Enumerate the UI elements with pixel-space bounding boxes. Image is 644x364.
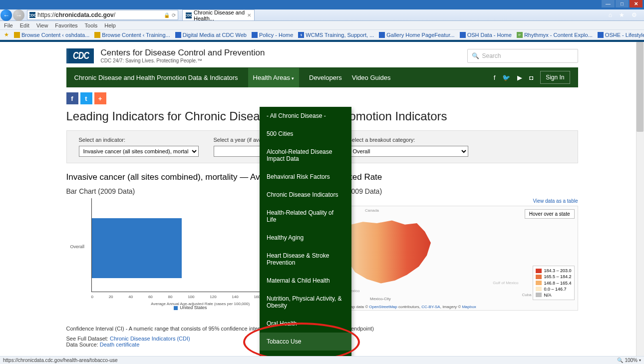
share-facebook-button[interactable]: f (66, 92, 78, 104)
chevron-down-icon: ▾ (292, 76, 294, 81)
search-input[interactable]: 🔍 Search (467, 49, 578, 63)
status-url: https://chronicdata.cdc.gov/health-area/… (3, 358, 118, 363)
bar-y-label: Overall (70, 244, 85, 249)
window-maximize-button[interactable]: □ (616, 0, 629, 7)
dd-brfss[interactable]: Behavioral Risk Factors (260, 168, 351, 186)
dd-heart[interactable]: Heart Disease & Stroke Prevention (260, 247, 351, 272)
bookmark-item[interactable]: Browse Content ‹ Training... (94, 32, 170, 38)
menu-view[interactable]: View (36, 22, 48, 28)
nav-developers[interactable]: Developers (309, 74, 342, 81)
hover-tooltip: Hover over a state (525, 209, 575, 219)
tab-title: Chronic Disease and Health... (194, 9, 245, 21)
map-panel: Map (2009 Data) View data as a table Hov… (329, 187, 578, 311)
label-gulf: Gulf of Mexico (493, 281, 518, 285)
nav-chronic-data[interactable]: Chronic Disease and Health Promotion Dat… (74, 74, 238, 81)
refresh-icon[interactable]: ⟳ (172, 12, 176, 18)
map-attribution: Leaflet | Map data © OpenStreetMap contr… (332, 305, 576, 309)
dataset-link[interactable]: Chronic Disease Indicators (CDI) (110, 336, 190, 342)
site-header: CDC Centers for Disease Control and Prev… (66, 45, 578, 67)
bookmark-item[interactable]: OSHE - Lifestyle Home (598, 32, 644, 38)
browser-tools: ⌂ ★ ⚙ (609, 11, 644, 18)
bookmark-item[interactable]: Digital Media at CDC Web (175, 32, 247, 38)
menu-edit[interactable]: Edit (20, 22, 29, 28)
dd-maternal[interactable]: Maternal & Child Health (260, 272, 351, 290)
status-bar: https://chronicdata.cdc.gov/health-area/… (0, 356, 644, 364)
back-button[interactable]: ← (0, 9, 12, 21)
twitter-icon[interactable]: 🐦 (502, 74, 510, 81)
source-link[interactable]: Death certificate (100, 342, 139, 348)
bar-overall (92, 218, 182, 278)
share-row: f t + (66, 87, 578, 109)
lock-icon: 🔒 (164, 12, 170, 18)
facebook-icon[interactable]: f (494, 74, 496, 81)
window-close-button[interactable]: ✕ (630, 0, 643, 7)
choropleth-map[interactable]: Hover over a state Canada Mexico Mexico-… (329, 206, 578, 311)
health-areas-dropdown: - All Chronic Disease - 500 Cities Alcoh… (260, 107, 351, 356)
bookmark-item[interactable]: Gallery Home PageFeatur... (379, 32, 454, 38)
bookmark-item[interactable]: ⟳Rhythmyx - Content Explo... (517, 32, 593, 38)
link-cc[interactable]: CC-BY-SA (421, 305, 440, 309)
tab-close-icon[interactable]: ✕ (247, 12, 251, 18)
site-title: Centers for Disease Control and Preventi… (101, 48, 265, 58)
dd-healthy-aging[interactable]: Healthy Aging (260, 229, 351, 247)
page-viewport: CDC Centers for Disease Control and Prev… (0, 42, 644, 356)
bookmark-item[interactable]: $WCMS Training, Support, ... (298, 32, 374, 38)
forward-button[interactable]: → (13, 9, 24, 21)
dd-oral[interactable]: Oral Health (260, 315, 351, 333)
menu-file[interactable]: File (4, 22, 13, 28)
dd-tobacco[interactable]: Tobacco Use (260, 333, 351, 351)
view-data-link[interactable]: View data as a table (533, 198, 578, 204)
indicator-select[interactable]: Invasive cancer (all sites combined), mo… (79, 146, 199, 157)
search-icon: 🔍 (472, 52, 479, 59)
tab-favicon: CDC (186, 12, 192, 18)
dd-500-cities[interactable]: 500 Cities (260, 125, 351, 143)
gear-icon[interactable]: ⚙ (632, 11, 637, 18)
window-titlebar: — □ ✕ (0, 0, 644, 9)
map-legend: 184.3 – 203.0 165.5 – 184.2 146.8 – 165.… (533, 266, 574, 300)
window-minimize-button[interactable]: — (602, 0, 615, 7)
menu-favorites[interactable]: Favorites (55, 22, 77, 28)
dd-hrqol[interactable]: Health-Related Quality of Life (260, 204, 351, 229)
bookmarks-bar: ★ Browse Content ‹ oshdata... Browse Con… (0, 30, 644, 40)
instagram-icon[interactable]: ◘ (529, 74, 533, 81)
label-cuba: Cuba (522, 293, 531, 297)
dd-alcohol[interactable]: Alcohol-Related Disease Impact Data (260, 143, 351, 168)
dd-vision[interactable]: Vision & Eye Health (260, 351, 351, 356)
bookmark-item[interactable]: Policy - Home (252, 32, 293, 38)
link-mapbox[interactable]: Mapbox (462, 305, 476, 309)
cdc-logo[interactable]: CDC (66, 48, 94, 63)
signin-button[interactable]: Sign In (540, 71, 570, 84)
menu-tools[interactable]: Tools (85, 22, 98, 28)
share-more-button[interactable]: + (94, 92, 106, 104)
us-map-shape (337, 216, 437, 286)
site-subtitle: CDC 24/7: Saving Lives. Protecting Peopl… (101, 58, 265, 63)
menu-bar: File Edit View Favorites Tools Help (0, 21, 644, 30)
bookmarks-show-icon[interactable]: ★ (4, 31, 9, 38)
zoom-control[interactable]: 🔍100%▾ (617, 358, 641, 363)
dd-nutrition[interactable]: Nutrition, Physical Activity, & Obesity (260, 290, 351, 315)
browser-tab-active[interactable]: CDC Chronic Disease and Health... ✕ (182, 9, 255, 20)
breakout-select[interactable]: Overall (348, 146, 468, 157)
map-title: Map (2009 Data) (329, 187, 578, 195)
filter-breakout-label: Select a breakout category: (348, 137, 468, 143)
label-mexico-city: Mexico-City (370, 297, 391, 301)
home-icon[interactable]: ⌂ (609, 11, 612, 18)
vertical-scrollbar[interactable] (636, 42, 644, 356)
link-osm[interactable]: OpenStreetMap (369, 305, 397, 309)
favorites-icon[interactable]: ★ (619, 11, 625, 18)
dd-cdi[interactable]: Chronic Disease Indicators (260, 186, 351, 204)
share-twitter-button[interactable]: t (80, 92, 92, 104)
label-canada: Canada (365, 208, 379, 213)
bookmark-item[interactable]: Browse Content ‹ oshdata... (14, 32, 89, 38)
dd-all-chronic[interactable]: - All Chronic Disease - (260, 107, 351, 125)
nav-video-guides[interactable]: Video Guides (352, 74, 391, 81)
bookmark-item[interactable]: OSH Data - Home (460, 32, 512, 38)
menu-help[interactable]: Help (104, 22, 116, 28)
nav-health-areas[interactable]: Health Areas▾ (248, 68, 299, 87)
address-bar[interactable]: CDC https://chronicdata.cdc.gov/ 🔒 ⟳ (27, 10, 178, 20)
site-favicon: CDC (29, 12, 35, 18)
url-text: https://chronicdata.cdc.gov/ (37, 11, 115, 18)
youtube-icon[interactable]: ▶ (517, 74, 522, 81)
browser-toolbar: ← → CDC https://chronicdata.cdc.gov/ 🔒 ⟳… (0, 9, 644, 21)
main-nav: Chronic Disease and Health Promotion Dat… (66, 67, 578, 87)
